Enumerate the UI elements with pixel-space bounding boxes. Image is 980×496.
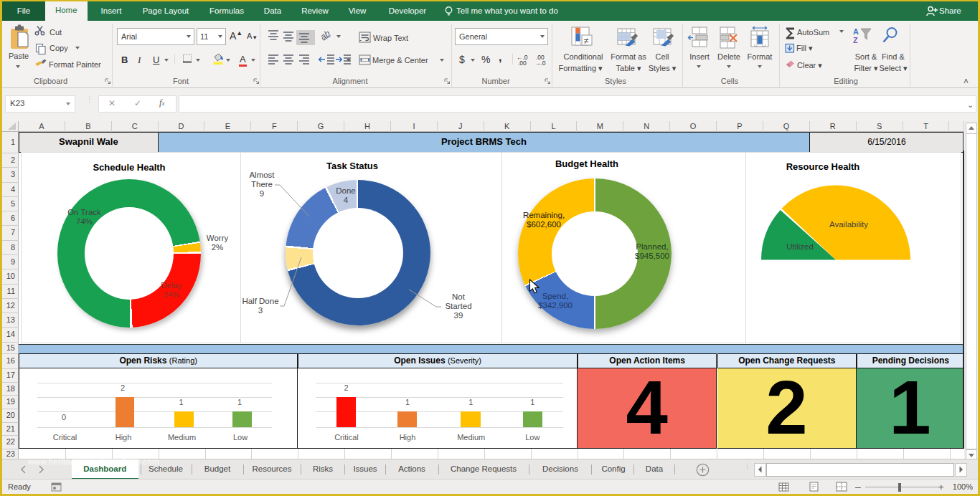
svg-text:Z: Z <box>853 36 858 44</box>
svg-text:ab: ab <box>319 28 332 42</box>
svg-text:≠: ≠ <box>584 35 589 45</box>
svg-text:A: A <box>853 27 859 36</box>
